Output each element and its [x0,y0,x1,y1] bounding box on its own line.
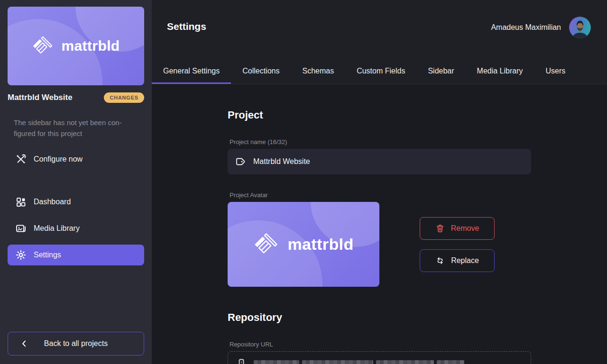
project-name-title: Mattrbld Website [8,93,73,102]
tab-collections[interactable]: Collections [231,59,291,84]
back-to-projects-button[interactable]: Back to all projects [8,332,144,355]
sidebar-item-media-library[interactable]: Media Library [8,218,144,239]
configure-now-label: Configure now [34,155,83,164]
configure-now-link[interactable]: Configure now [8,149,144,170]
project-banner-image: mattrbld [8,7,144,85]
settings-tab-bar: General Settings Collections Schemas Cus… [152,59,607,84]
remove-avatar-button[interactable]: Remove [420,217,495,240]
tab-schemas[interactable]: Schemas [291,59,345,84]
project-name-label: Project name (16/32) [230,138,607,146]
sidebar-item-settings[interactable]: Settings [8,245,144,265]
dashboard-icon [15,196,27,208]
project-avatar-label: Project Avatar [230,191,607,199]
settings-content: Project Project name (16/32) Project Ava… [152,84,607,364]
tab-custom-fields[interactable]: Custom Fields [345,59,416,84]
sidebar-item-label: Settings [34,251,61,259]
main-header: Settings Amadeus Maximilian [152,0,607,59]
mattrbld-logo-icon [32,35,54,57]
changes-badge: CHANGES [104,92,144,103]
repository-section-heading: Repository [228,311,607,324]
back-to-projects-label: Back to all projects [44,339,108,348]
gear-icon [15,249,27,261]
chevron-left-icon [19,339,29,348]
trash-icon [435,224,445,233]
mattrbld-logo-icon [253,232,279,257]
project-name-input[interactable] [253,149,524,174]
sidebar-item-label: Dashboard [34,198,71,206]
remove-avatar-label: Remove [451,224,479,233]
tools-icon [15,154,27,165]
tab-general-settings[interactable]: General Settings [152,59,231,84]
tab-media-library[interactable]: Media Library [466,59,534,84]
repository-icon [236,358,247,364]
project-avatar-image: mattrbld [228,202,379,287]
redacted-repository-url [254,360,464,364]
user-chip: Amadeus Maximilian [491,17,591,38]
replace-avatar-label: Replace [451,256,479,265]
tab-sidebar[interactable]: Sidebar [416,59,465,84]
repository-url-label: Repository URL [230,341,607,348]
sidebar-item-label: Media Library [34,224,80,233]
sidebar: mattrbld Mattrbld Website CHANGES The si… [0,0,152,364]
brand-wordmark: mattrbld [61,38,120,54]
user-avatar-illustration [569,17,591,38]
sidebar-item-dashboard[interactable]: Dashboard [8,191,144,212]
user-name: Amadeus Maximilian [491,23,561,32]
replace-avatar-button[interactable]: Replace [420,249,495,272]
sidebar-notice: The sidebar has not yet been con­figured… [14,117,139,139]
repository-url-field[interactable] [228,351,531,364]
tag-icon [235,156,247,167]
sidebar-nav: Dashboard Media Library [8,191,144,265]
project-section-heading: Project [228,109,607,121]
brand-wordmark: mattrbld [287,235,353,254]
tab-users[interactable]: Users [534,59,577,84]
user-avatar[interactable] [569,17,591,38]
main-area: Settings Amadeus Maximilian [152,0,607,364]
project-name-field[interactable] [228,149,531,174]
media-library-icon [15,223,27,234]
swap-icon [435,256,445,265]
